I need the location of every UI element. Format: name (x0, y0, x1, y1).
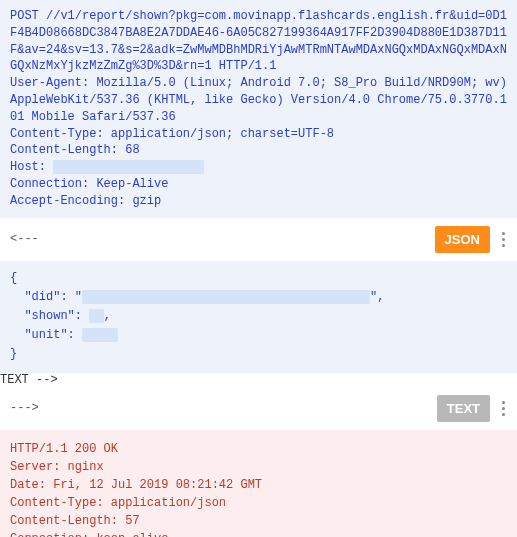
json-shown-line: "shown": xx, (10, 307, 507, 326)
response-text: HTTP/1.1 200 OK Server: nginx Date: Fri,… (10, 442, 312, 538)
redacted-did: xxxxxxxxxxxxxxxxxxxxxxxxxxxxxxxxxxxxxxxx (82, 290, 370, 304)
json-did-line: "did": "xxxxxxxxxxxxxxxxxxxxxxxxxxxxxxxx… (10, 288, 507, 307)
http-request-block: POST //v1/report/shown?pkg=com.movinapp.… (0, 0, 517, 218)
more-menu-icon[interactable] (500, 230, 507, 249)
http-response-block: HTTP/1.1 200 OK Server: nginx Date: Fri,… (0, 430, 517, 538)
badge-group-in: JSON (435, 226, 507, 253)
redacted-unit: xxxxx (82, 328, 118, 342)
request-body-block: { "did": "xxxxxxxxxxxxxxxxxxxxxxxxxxxxxx… (0, 261, 517, 373)
json-did-end: ", (370, 290, 384, 304)
request-text-part1: POST //v1/report/shown?pkg=com.movinapp.… (10, 9, 514, 174)
json-unit-key: "unit": (10, 328, 82, 342)
badge-group-out: TEXT (437, 395, 507, 422)
redacted-host: xxxxxxxxxxxxxxxxxxxxx (53, 160, 204, 174)
more-menu-icon[interactable] (500, 399, 507, 418)
json-shown-end: , (104, 309, 111, 323)
format-badge-text[interactable]: TEXT (437, 395, 490, 422)
json-did-key: "did": " (10, 290, 82, 304)
json-shown-key: "shown": (10, 309, 89, 323)
json-close: } (10, 345, 507, 364)
json-unit-line: "unit": xxxxx (10, 326, 507, 345)
request-text-part2: Connection: Keep-Alive Accept-Encoding: … (10, 177, 168, 208)
request-body-separator: <--- JSON (0, 218, 517, 261)
arrow-in: <--- (10, 232, 39, 246)
json-open: { (10, 269, 507, 288)
response-separator: ---> TEXT (0, 387, 517, 430)
format-badge-json[interactable]: JSON (435, 226, 490, 253)
arrow-out: ---> (10, 401, 39, 415)
redacted-shown: xx (89, 309, 103, 323)
